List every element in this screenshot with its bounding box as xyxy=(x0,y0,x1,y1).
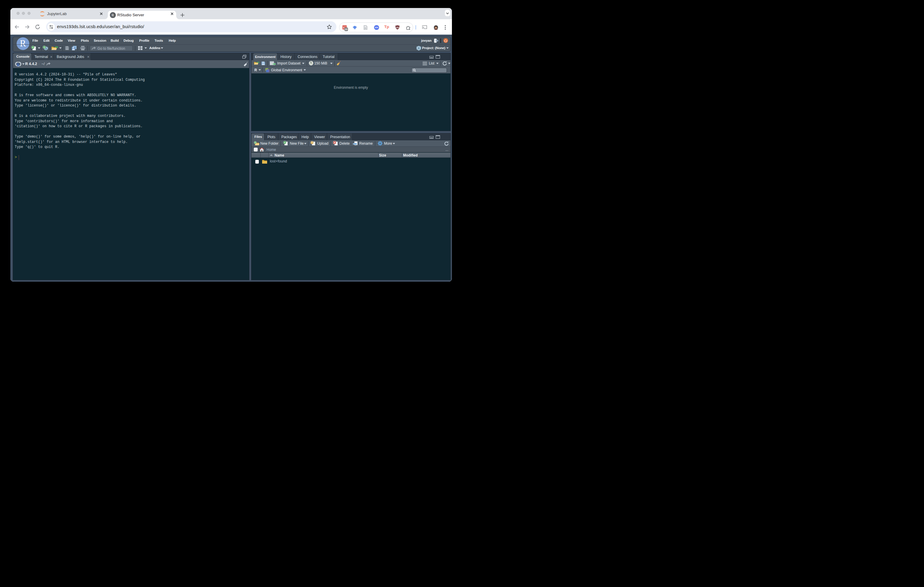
svg-text:uo: uo xyxy=(396,26,399,29)
svg-text:R: R xyxy=(17,62,20,67)
svg-text:R: R xyxy=(418,47,420,50)
